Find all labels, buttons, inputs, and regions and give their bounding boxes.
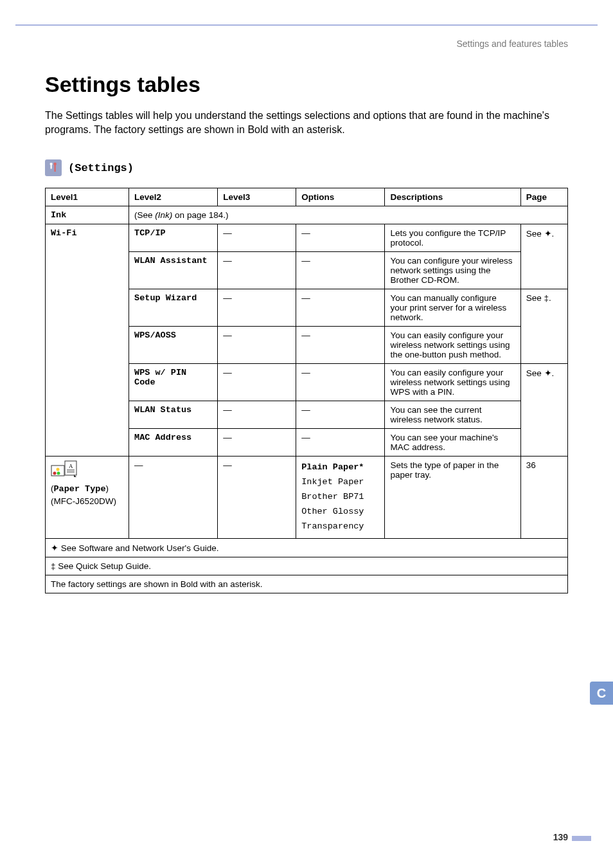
opt-bp71: Brother BP71 xyxy=(301,490,379,505)
cell-wlanassist-opt: — xyxy=(296,252,385,289)
top-accent-bar xyxy=(15,0,598,26)
svg-point-3 xyxy=(53,163,57,166)
cell-mac-opt: — xyxy=(296,429,385,457)
cell-paper-desc: Sets the type of paper in the paper tray… xyxy=(385,457,520,539)
footnote-b: ‡ See Quick Setup Guide. xyxy=(46,557,568,575)
cell-wpspin-opt: — xyxy=(296,364,385,401)
page-title: Settings tables xyxy=(45,72,568,97)
paper-model: (MFC-J6520DW) xyxy=(51,496,123,506)
cell-tcpip-l3: — xyxy=(218,224,296,252)
cell-wpsaoss-desc: You can easily configure your wireless n… xyxy=(385,327,520,364)
cell-wpsaoss-l2: WPS/AOSS xyxy=(129,327,218,364)
cell-wpsaoss-l3: — xyxy=(218,327,296,364)
cell-paper-page: 36 xyxy=(520,457,567,539)
cell-tcpip-desc: Lets you configure the TCP/IP protocol. xyxy=(385,224,520,252)
section-tab: C xyxy=(590,682,613,705)
cell-setupwiz-page: See ‡. xyxy=(520,289,567,364)
row-ink: Ink (See (Ink) on page 184.) xyxy=(46,206,568,224)
cell-tcpip-page: See ✦. xyxy=(520,224,567,289)
page-content: Settings and features tables Settings ta… xyxy=(0,26,613,593)
cell-tcpip-l2: TCP/IP xyxy=(129,224,218,252)
page-number: 139 xyxy=(553,832,568,842)
paper-type-icon: A xyxy=(51,460,79,480)
cell-wpspin-page: See ✦. xyxy=(520,364,567,457)
section-label: (Settings) xyxy=(68,162,134,174)
cell-wlanstatus-desc: You can see the current wireless network… xyxy=(385,401,520,429)
cell-paper-l2: — xyxy=(129,457,218,539)
cell-paper-opts: Plain Paper* Inkjet Paper Brother BP71 O… xyxy=(296,457,385,539)
col-page: Page xyxy=(520,188,567,206)
cell-mac-l3: — xyxy=(218,429,296,457)
opt-inkjet: Inkjet Paper xyxy=(301,475,379,490)
cell-paper-l1: A (Paper Type) (MFC-J6520DW) xyxy=(46,457,129,539)
cell-wpspin-l2: WPS w/ PIN Code xyxy=(129,364,218,401)
cell-mac-desc: You can see your machine's MAC address. xyxy=(385,429,520,457)
svg-rect-2 xyxy=(55,165,56,172)
tools-icon xyxy=(48,162,59,174)
footnote-row-b: ‡ See Quick Setup Guide. xyxy=(46,557,568,575)
col-options: Options xyxy=(296,188,385,206)
cell-ink-l1: Ink xyxy=(46,206,129,224)
cell-mac-l2: MAC Address xyxy=(129,429,218,457)
page-number-accent xyxy=(572,836,591,841)
cell-setupwiz-desc: You can manually configure your print se… xyxy=(385,289,520,327)
opt-plain: Plain Paper* xyxy=(301,460,379,475)
footnote-c: The factory settings are shown in Bold w… xyxy=(46,575,568,593)
cell-setupwiz-opt: — xyxy=(296,289,385,327)
row-paper-type: A (Paper Type) (MFC-J6520DW) — — Plain P… xyxy=(46,457,568,539)
col-descriptions: Descriptions xyxy=(385,188,520,206)
table-header-row: Level1 Level2 Level3 Options Description… xyxy=(46,188,568,206)
svg-rect-1 xyxy=(50,163,53,165)
row-wifi-tcpip: Wi-Fi TCP/IP — — Lets you configure the … xyxy=(46,224,568,252)
svg-point-7 xyxy=(57,468,60,471)
section-header: (Settings) xyxy=(45,159,568,176)
ink-note-a: (See xyxy=(134,210,155,220)
svg-point-6 xyxy=(57,472,60,475)
opt-trans: Transparency xyxy=(301,520,379,534)
footnote-a: ✦ See Software and Network User's Guide. xyxy=(46,538,568,557)
cell-wlanassist-l2: WLAN Assistant xyxy=(129,252,218,289)
cell-wlanstatus-l3: — xyxy=(218,401,296,429)
footnote-row-a: ✦ See Software and Network User's Guide. xyxy=(46,538,568,557)
paper-l1b: Paper Type xyxy=(54,484,106,494)
ink-note-b: on page 184.) xyxy=(172,210,228,220)
svg-text:A: A xyxy=(69,463,73,469)
col-level2: Level2 xyxy=(129,188,218,206)
col-level3: Level3 xyxy=(218,188,296,206)
cell-wlanstatus-l2: WLAN Status xyxy=(129,401,218,429)
cell-wlanassist-l3: — xyxy=(218,252,296,289)
opt-glossy: Other Glossy xyxy=(301,505,379,520)
cell-paper-l3: — xyxy=(218,457,296,539)
cell-setupwiz-l2: Setup Wizard xyxy=(129,289,218,327)
intro-paragraph: The Settings tables will help you unders… xyxy=(45,109,568,136)
settings-icon xyxy=(45,159,62,176)
cell-wlanassist-desc: You can configure your wireless network … xyxy=(385,252,520,289)
paper-type-label: (Paper Type) xyxy=(51,484,123,494)
paper-l1c: ) xyxy=(106,484,109,493)
cell-setupwiz-l3: — xyxy=(218,289,296,327)
ink-note-italic: (Ink) xyxy=(155,210,172,220)
cell-wlanstatus-opt: — xyxy=(296,401,385,429)
cell-ink-note: (See (Ink) on page 184.) xyxy=(129,206,568,224)
cell-wpspin-desc: You can easily configure your wireless n… xyxy=(385,364,520,401)
settings-table: Level1 Level2 Level3 Options Description… xyxy=(45,188,568,593)
breadcrumb: Settings and features tables xyxy=(45,39,568,49)
footnote-row-c: The factory settings are shown in Bold w… xyxy=(46,575,568,593)
cell-wifi-l1: Wi-Fi xyxy=(46,224,129,457)
svg-point-5 xyxy=(53,472,57,475)
col-level1: Level1 xyxy=(46,188,129,206)
cell-wpsaoss-opt: — xyxy=(296,327,385,364)
cell-wpspin-l3: — xyxy=(218,364,296,401)
cell-tcpip-opt: — xyxy=(296,224,385,252)
